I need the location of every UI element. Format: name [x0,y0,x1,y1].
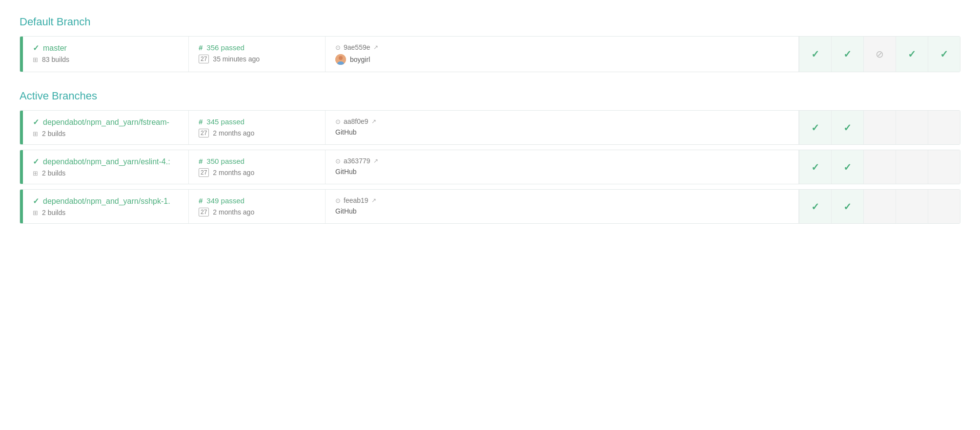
status-cell-5 [928,150,960,184]
status-cell-1: ✓ [799,150,831,184]
build-number[interactable]: 350 passed [206,157,245,165]
build-number[interactable]: 356 passed [206,43,245,52]
calendar-icon: 27 [199,129,209,137]
commit-details: ⊙ a363779 ↗ GitHub [326,150,799,184]
build-details: # 345 passed 27 2 months ago [189,111,326,144]
active-branches-section: Active Branches ✓ dependabot/npm_and_yar… [20,90,960,224]
check-icon: ✓ [33,196,39,206]
status-cell-3 [863,190,896,223]
status-cell-5: ✓ [928,37,960,72]
branch-name[interactable]: dependabot/npm_and_yarn/eslint-4.: [43,157,170,166]
branch-row-1: ✓ dependabot/npm_and_yarn/eslint-4.: ⊞ 2… [20,150,960,184]
hash-icon: # [199,196,203,205]
master-branch-row: ✓ master ⊞ 83 builds # 356 passed 27 35 … [20,36,960,72]
status-check-icon-2: ✓ [843,48,852,60]
builds-icon: ⊞ [33,130,38,137]
builds-icon: ⊞ [33,209,38,216]
builds-row: ⊞ 2 builds [33,209,179,216]
author-name: GitHub [335,207,357,215]
status-cell-2: ✓ [831,111,863,144]
branch-name[interactable]: dependabot/npm_and_yarn/fstream- [43,118,169,127]
status-cell-3 [863,111,896,144]
commit-hash: 9ae559e [344,43,370,51]
status-cell-2: ✓ [831,150,863,184]
status-cells: ✓ ✓ [799,111,960,144]
check-icon: ✓ [33,117,39,127]
build-number-row: # 349 passed [199,196,315,205]
status-cell-4 [896,111,928,144]
commit-icon: ⊙ [335,44,341,51]
calendar-icon: 27 [199,208,209,216]
status-cells: ✓ ✓ [799,190,960,223]
status-cell-4: ✓ [896,37,928,72]
build-time: 35 minutes ago [213,55,260,63]
calendar-icon: 27 [199,168,209,177]
commit-hash-row: ⊙ 9ae559e ↗ [335,43,789,51]
status-check-icon: ✓ [811,161,819,173]
build-number[interactable]: 349 passed [206,196,245,205]
commit-hash: aa8f0e9 [344,117,368,125]
svg-point-1 [339,56,343,60]
author-row: GitHub [335,128,789,136]
commit-hash: feeab19 [344,196,368,204]
build-time: 2 months ago [213,208,254,216]
build-time: 2 months ago [213,129,254,137]
author-name: GitHub [335,128,357,136]
status-cells: ✓ ✓ [799,150,960,184]
builds-count: 2 builds [42,130,65,137]
build-details: # 350 passed 27 2 months ago [189,150,326,184]
build-details: # 356 passed 27 35 minutes ago [189,37,326,72]
check-icon: ✓ [33,43,39,53]
avatar [335,54,346,65]
status-check-icon-4: ✓ [908,48,916,60]
hash-icon: # [199,157,203,165]
status-cell-1: ✓ [799,190,831,223]
external-link-icon[interactable]: ↗ [373,157,378,164]
status-cell-4 [896,150,928,184]
branch-info: ✓ dependabot/npm_and_yarn/eslint-4.: ⊞ 2… [23,150,189,184]
author-row: boygirl [335,54,789,65]
status-check-icon-5: ✓ [940,48,948,60]
status-cell-5 [928,190,960,223]
author-name: boygirl [350,56,370,63]
status-cells: ✓ ✓ ⊘ ✓ ✓ [799,37,960,72]
author-row: GitHub [335,207,789,215]
external-link-icon[interactable]: ↗ [371,118,376,125]
status-check-icon-1: ✓ [811,48,819,60]
time-row: 27 2 months ago [199,129,315,137]
commit-icon: ⊙ [335,197,341,204]
build-number-row: # 356 passed [199,43,315,52]
check-icon: ✓ [33,157,39,166]
commit-icon: ⊙ [335,118,341,125]
status-cell-4 [896,190,928,223]
branch-name[interactable]: master [43,44,67,53]
build-number-row: # 345 passed [199,117,315,126]
commit-details: ⊙ 9ae559e ↗ boygirl [326,37,799,72]
status-check-icon: ✓ [843,201,852,213]
branch-name-row: ✓ dependabot/npm_and_yarn/fstream- [33,117,179,127]
status-check-icon: ✓ [843,122,852,134]
branch-row-0: ✓ dependabot/npm_and_yarn/fstream- ⊞ 2 b… [20,110,960,145]
external-link-icon[interactable]: ↗ [371,197,376,204]
branch-info: ✓ master ⊞ 83 builds [23,37,189,72]
hash-icon: # [199,43,203,52]
calendar-icon: 27 [199,55,209,63]
commit-details: ⊙ feeab19 ↗ GitHub [326,190,799,223]
author-row: GitHub [335,168,789,176]
builds-icon: ⊞ [33,170,38,177]
builds-row: ⊞ 83 builds [33,56,179,63]
branch-name[interactable]: dependabot/npm_and_yarn/sshpk-1. [43,197,170,206]
build-number[interactable]: 345 passed [206,117,245,126]
status-cell-2: ✓ [831,190,863,223]
builds-count: 2 builds [42,169,65,177]
external-link-icon[interactable]: ↗ [373,44,378,51]
status-check-icon: ✓ [811,122,819,134]
commit-hash: a363779 [344,157,370,165]
commit-hash-row: ⊙ feeab19 ↗ [335,196,789,204]
builds-count: 2 builds [42,209,65,216]
status-cell-3 [863,150,896,184]
status-cell-2: ✓ [831,37,863,72]
branch-name-row: ✓ master [33,43,179,53]
commit-details: ⊙ aa8f0e9 ↗ GitHub [326,111,799,144]
default-branch-title: Default Branch [20,16,960,28]
